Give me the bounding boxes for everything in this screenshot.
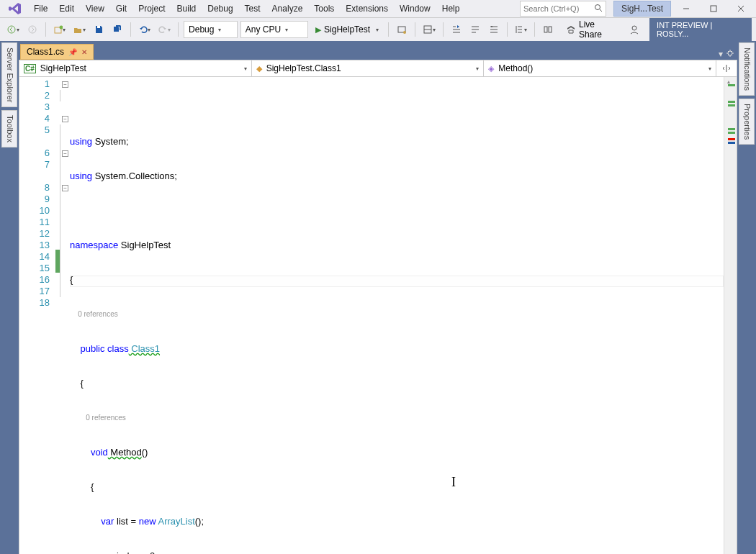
close-tab-icon[interactable]: ✕ [81, 48, 87, 56]
search-icon[interactable] [594, 4, 603, 14]
svg-point-0 [595, 4, 600, 9]
menu-build[interactable]: Build [172, 1, 202, 17]
toolbox-tab[interactable]: Toolbox [1, 110, 17, 147]
menu-debug[interactable]: Debug [202, 1, 238, 17]
menu-edit[interactable]: Edit [54, 1, 79, 17]
main-toolbar: ▾ ▾ ▾ ▾ ▾ Debug▾ Any CPU▾ ▶SigHelpTest▾ … [0, 17, 756, 41]
outlining-margin[interactable]: − − − − [60, 77, 70, 554]
platform-combo[interactable]: Any CPU▾ [240, 21, 308, 38]
class-icon: ◆ [256, 64, 262, 73]
menu-file[interactable]: File [29, 1, 53, 17]
csharp-project-icon: C# [24, 64, 36, 73]
redo-button[interactable]: ▾ [156, 21, 173, 38]
save-button[interactable] [91, 21, 107, 38]
toolbar-btn-7[interactable] [540, 21, 556, 38]
file-tab-class1[interactable]: Class1.cs 📌 ✕ [20, 44, 94, 60]
left-side-tabs: Server Explorer Toolbox [0, 41, 19, 554]
menu-window[interactable]: Window [395, 1, 436, 17]
pin-icon[interactable]: 📌 [68, 48, 77, 56]
nav-type-label: SigHelpTest.Class1 [266, 63, 341, 73]
svg-point-19 [632, 26, 636, 30]
nav-member-label: Method() [498, 63, 533, 73]
nav-project-combo[interactable]: C# SigHelpTest ▾ [19, 60, 252, 76]
minimize-button[interactable] [674, 0, 698, 17]
file-tab-label: Class1.cs [27, 47, 64, 57]
menu-analyze[interactable]: Analyze [267, 1, 308, 17]
menu-help[interactable]: Help [437, 1, 465, 17]
menu-extensions[interactable]: Extensions [341, 1, 393, 17]
line-numbers: 12345 67 89101112131415161718 [19, 77, 55, 554]
menu-git[interactable]: Git [111, 1, 132, 17]
live-share-button[interactable]: Live Share [562, 19, 624, 40]
toolbar-btn-2[interactable]: ▾ [420, 21, 438, 38]
start-debug-button[interactable]: ▶SigHelpTest▾ [311, 21, 383, 38]
code-text[interactable]: using System; using System.Collections; … [70, 77, 724, 554]
svg-rect-10 [97, 26, 100, 28]
menu-view[interactable]: View [81, 1, 109, 17]
menu-test[interactable]: Test [240, 1, 266, 17]
toolbar-btn-6[interactable]: ▾ [513, 21, 530, 38]
svg-line-1 [600, 9, 602, 12]
nav-fwd-button[interactable] [24, 21, 40, 38]
vertical-scrollbar[interactable]: ▴ ▾ [724, 77, 737, 554]
menu-bar: File Edit View Git Project Build Debug T… [0, 0, 756, 17]
svg-point-15 [491, 26, 492, 27]
nav-type-combo[interactable]: ◆ SigHelpTest.Class1 ▾ [252, 60, 485, 76]
vs-logo-icon [7, 1, 23, 17]
new-project-button[interactable]: ▾ [51, 21, 68, 38]
right-side-tabs: Notifications Properties [737, 41, 756, 554]
svg-point-12 [403, 31, 406, 34]
preview-badge[interactable]: INT PREVIEW | ROSLY... [649, 18, 752, 41]
svg-point-7 [29, 26, 36, 33]
undo-button[interactable]: ▾ [136, 21, 153, 38]
maximize-button[interactable] [701, 0, 726, 17]
solution-title: SigH...Test [613, 1, 671, 17]
editor-area: Class1.cs 📌 ✕ ▾ C# SigHelpTest ▾ ◆ SigHe… [19, 42, 737, 554]
close-button[interactable] [729, 0, 753, 17]
method-icon: ◈ [488, 64, 494, 73]
nav-project-label: SigHelpTest [40, 63, 86, 73]
toolbar-btn-5[interactable] [486, 21, 502, 38]
code-editor[interactable]: 12345 67 89101112131415161718 − − − − us… [19, 77, 737, 554]
toolbar-btn-1[interactable] [394, 21, 410, 38]
search-box[interactable] [520, 1, 606, 17]
svg-rect-18 [549, 27, 552, 32]
file-tab-row: Class1.cs 📌 ✕ ▾ [19, 42, 737, 60]
split-editor-button[interactable] [716, 60, 737, 76]
config-combo[interactable]: Debug▾ [184, 21, 238, 38]
tab-gear-icon[interactable] [726, 49, 734, 60]
menu-tools[interactable]: Tools [309, 1, 339, 17]
feedback-button[interactable] [626, 21, 642, 38]
navigation-bar: C# SigHelpTest ▾ ◆ SigHelpTest.Class1 ▾ … [19, 60, 737, 77]
toolbar-btn-4[interactable] [467, 21, 483, 38]
document-well: Server Explorer Toolbox Class1.cs 📌 ✕ ▾ … [0, 41, 756, 554]
nav-back-button[interactable]: ▾ [4, 21, 22, 38]
svg-rect-17 [544, 27, 547, 32]
open-button[interactable]: ▾ [71, 21, 88, 38]
svg-rect-3 [711, 6, 716, 12]
nav-member-combo[interactable]: ◈ Method() ▾ [484, 60, 716, 76]
menu-project[interactable]: Project [133, 1, 170, 17]
save-all-button[interactable] [109, 21, 125, 38]
tab-dropdown-icon[interactable]: ▾ [719, 49, 723, 60]
toolbar-btn-3[interactable] [449, 21, 464, 38]
svg-point-6 [8, 26, 15, 33]
notifications-tab[interactable]: Notifications [739, 42, 755, 96]
properties-tab[interactable]: Properties [739, 99, 755, 145]
server-explorer-tab[interactable]: Server Explorer [1, 42, 17, 107]
search-input[interactable] [523, 4, 594, 13]
